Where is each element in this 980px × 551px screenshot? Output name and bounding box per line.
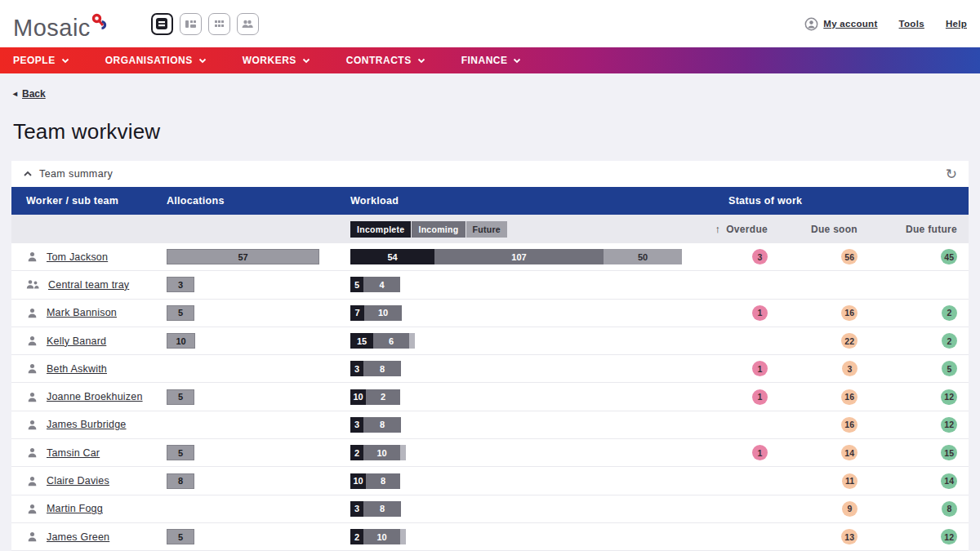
workload-bar: 156 <box>350 333 683 349</box>
table-row: Mark Bannison57101162 <box>11 300 969 327</box>
team-view-button[interactable] <box>237 13 259 35</box>
badge-due-soon: 9 <box>842 501 858 517</box>
chevron-down-icon <box>513 58 521 64</box>
table-row: Tom Jackson57541075035645 <box>11 243 969 271</box>
workload-bar: 108 <box>350 473 683 489</box>
column-header-worker: Worker / sub team <box>11 195 167 207</box>
person-icon <box>26 391 38 403</box>
worker-link[interactable]: Joanne Broekhuizen <box>47 391 143 402</box>
person-icon <box>26 531 38 543</box>
badge-due-future: 2 <box>942 305 957 321</box>
top-link-my-account[interactable]: My account <box>804 17 877 31</box>
column-header-allocations: Allocations <box>167 195 350 207</box>
badge-due-future: 15 <box>941 445 957 460</box>
column-header-status: Status of work <box>683 195 965 207</box>
workload-segment-future-sliver <box>409 333 415 349</box>
badge-overdue: 1 <box>752 361 768 376</box>
collapse-chevron-icon[interactable] <box>23 171 33 177</box>
workload-legend: IncompleteIncomingFuture <box>350 221 683 238</box>
sort-arrow-icon: ↑ <box>715 223 720 235</box>
mosaic-logo-mark-icon <box>91 13 107 30</box>
workload-bar: 5410750 <box>350 249 683 264</box>
badge-overdue: 1 <box>752 445 768 460</box>
table-subheader: IncompleteIncomingFuture ↑Overdue Due so… <box>11 215 969 243</box>
workload-segment-incoming: 10 <box>364 305 402 321</box>
workload-segment-future: 50 <box>604 249 682 264</box>
worker-link[interactable]: James Burbridge <box>47 419 127 430</box>
kanban-view-button[interactable] <box>180 13 202 35</box>
panel-title: Team summary <box>39 168 113 180</box>
workload-segment-incoming: 107 <box>434 249 604 264</box>
person-icon <box>26 447 38 459</box>
mosaic-logo-text: Mosaic <box>13 8 91 40</box>
workload-bar: 210 <box>350 529 683 544</box>
worker-link[interactable]: Martin Fogg <box>47 503 103 514</box>
badge-overdue: 1 <box>752 305 768 321</box>
badge-due-soon: 14 <box>841 445 858 460</box>
table-row: Kelly Banard10156222 <box>11 327 969 355</box>
page-title: Team workview <box>13 119 969 144</box>
back-link[interactable]: ◂ Back <box>13 88 46 100</box>
list-view-button[interactable] <box>151 13 173 35</box>
primary-nav: PEOPLEORGANISATIONSWORKERSCONTRACTSFINAN… <box>0 47 980 73</box>
grid-view-button[interactable] <box>208 13 230 35</box>
worker-link[interactable]: Claire Davies <box>47 475 109 487</box>
workload-bar: 710 <box>350 305 683 321</box>
legend-chip-incoming: Incoming <box>412 221 465 238</box>
top-link-help[interactable]: Help <box>946 19 967 29</box>
back-arrow-icon: ◂ <box>13 89 17 98</box>
table-header: Worker / sub team Allocations Workload S… <box>11 187 969 215</box>
worker-link[interactable]: Central team tray <box>48 279 129 291</box>
status-column-header-due-soon[interactable]: Due soon <box>776 224 866 235</box>
status-column-header-overdue[interactable]: ↑Overdue <box>683 223 776 235</box>
person-icon <box>26 362 38 375</box>
status-column-label: Due soon <box>811 224 858 235</box>
allocation-bar: 3 <box>167 277 194 292</box>
nav-item-finance[interactable]: FINANCE <box>461 55 522 66</box>
worker-link[interactable]: James Green <box>47 531 109 543</box>
legend-chip-future: Future <box>466 221 507 238</box>
mosaic-logo: Mosaic <box>13 8 107 40</box>
worker-link[interactable]: Tom Jackson <box>47 251 108 263</box>
worker-link[interactable]: Kelly Banard <box>47 335 106 347</box>
table-row: James Green52101312 <box>11 523 969 551</box>
status-column-header-due-future[interactable]: Due future <box>866 224 965 235</box>
person-icon <box>26 307 38 319</box>
nav-item-workers[interactable]: WORKERS <box>243 55 310 66</box>
nav-item-organisations[interactable]: ORGANISATIONS <box>105 55 207 66</box>
nav-item-label: ORGANISATIONS <box>105 55 193 66</box>
table-row: Tamsin Car521011415 <box>11 439 969 467</box>
chevron-down-icon <box>198 58 207 64</box>
workload-segment-incomplete: 2 <box>350 445 363 460</box>
workload-segment-incomplete: 3 <box>350 501 363 517</box>
badge-due-future: 5 <box>942 361 957 376</box>
badge-due-future: 14 <box>941 473 957 489</box>
group-icon <box>26 278 40 291</box>
refresh-icon[interactable]: ↻ <box>946 167 957 181</box>
team-summary-panel: Team summary ↻ Worker / sub team Allocat… <box>11 161 969 551</box>
workload-segment-incoming: 2 <box>366 389 400 405</box>
nav-item-label: CONTRACTS <box>346 55 412 66</box>
worker-link[interactable]: Beth Askwith <box>47 363 107 375</box>
worker-link[interactable]: Mark Bannison <box>47 307 117 318</box>
nav-item-people[interactable]: PEOPLE <box>13 55 69 66</box>
badge-due-soon: 16 <box>841 389 858 405</box>
page-content: ◂ Back Team workview Team summary ↻ Work… <box>0 73 980 551</box>
nav-item-contracts[interactable]: CONTRACTS <box>346 55 425 66</box>
workload-bar: 102 <box>350 389 683 405</box>
status-column-label: Due future <box>906 224 957 235</box>
top-link-tools[interactable]: Tools <box>899 19 924 29</box>
workload-segment-incomplete: 10 <box>350 473 366 489</box>
workload-segment-incomplete: 3 <box>350 417 363 433</box>
badge-due-soon: 16 <box>841 417 858 433</box>
workload-segment-incomplete: 10 <box>350 389 366 405</box>
worker-link[interactable]: Tamsin Car <box>47 447 100 459</box>
table-row: Beth Askwith38135 <box>11 355 969 383</box>
workload-segment-incomplete: 2 <box>350 529 363 544</box>
view-switcher <box>151 13 259 35</box>
workload-segment-incomplete: 54 <box>350 249 434 264</box>
badge-due-future: 45 <box>941 249 957 264</box>
workload-segment-incoming: 10 <box>363 529 400 544</box>
badge-due-soon: 16 <box>841 305 858 321</box>
top-links: My accountToolsHelp <box>804 17 967 31</box>
